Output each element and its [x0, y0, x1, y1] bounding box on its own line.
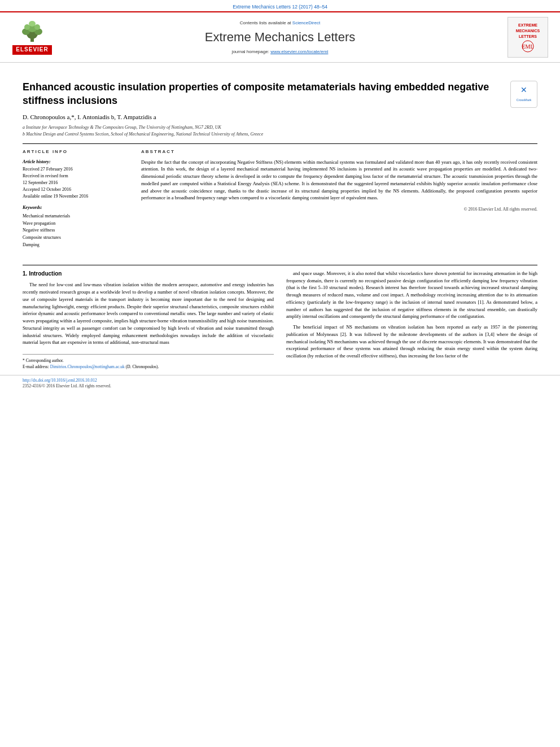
svg-point-5: [24, 24, 30, 30]
keywords-label: Keywords:: [23, 204, 130, 211]
abstract-col: ABSTRACT Despite the fact that the conce…: [141, 148, 537, 249]
svg-text:EML: EML: [522, 43, 533, 50]
footnote-email-link[interactable]: Dimitrios.Chronopoulos@nottingham.ac.uk: [50, 364, 125, 369]
journal-title: Extreme Mechanics Letters: [64, 28, 496, 46]
contents-line: Contents lists available at ScienceDirec…: [64, 20, 496, 27]
intro-para-right-2: The beneficial impact of NS mechanisms o…: [286, 324, 537, 360]
revised-date: 12 September 2016: [23, 180, 130, 186]
copyright-line: © 2016 Elsevier Ltd. All rights reserved…: [141, 206, 537, 213]
elsevier-logo-container: ELSEVIER: [7, 20, 58, 55]
extreme-mech-badge: EXTREME MECHANICS LETTERS EML: [508, 17, 548, 58]
article-info-heading: ARTICLE INFO: [23, 148, 130, 155]
issn-text: 2352-4316/© 2016 Elsevier Ltd. All right…: [23, 383, 111, 388]
section-divider: [23, 143, 537, 144]
journal-homepage: journal homepage: www.elsevier.com/locat…: [64, 49, 496, 55]
footnote-email: E-mail address: Dimitrios.Chronopoulos@n…: [23, 364, 274, 370]
keyword-3: Negative stiffness: [23, 227, 130, 234]
svg-point-6: [34, 24, 40, 30]
footnote-star: * Corresponding author.: [23, 357, 274, 364]
journal-badge-container: EXTREME MECHANICS LETTERS EML: [502, 17, 553, 58]
abstract-heading: ABSTRACT: [141, 148, 537, 155]
body-divider: [23, 265, 537, 265]
journal-center: Contents lists available at ScienceDirec…: [64, 20, 496, 55]
sciencedirect-link[interactable]: ScienceDirect: [292, 20, 320, 25]
journal-homepage-link[interactable]: www.elsevier.com/locate/eml: [270, 49, 328, 54]
elsevier-text-label: ELSEVIER: [12, 45, 51, 55]
article-info-col: ARTICLE INFO Article history: Received 2…: [23, 148, 130, 249]
accepted-date: Accepted 12 October 2016: [23, 186, 130, 193]
keyword-5: Damping: [23, 242, 130, 249]
affiliation-a: a Institute for Aerospace Technology & T…: [23, 124, 537, 131]
crossmark-badge[interactable]: ✕ CrossMark: [510, 81, 537, 108]
keyword-2: Wave propagation: [23, 220, 130, 228]
body-section: 1. Introduction The need for low-cost an…: [0, 249, 560, 370]
keyword-4: Composite structures: [23, 234, 130, 242]
footer-bar: http://dx.doi.org/10.1016/j.eml.2016.10.…: [0, 375, 560, 392]
journal-header: ELSEVIER Contents lists available at Sci…: [0, 11, 560, 63]
footnote-area: * Corresponding author. E-mail address: …: [23, 354, 274, 370]
paper-content: Enhanced acoustic insulation properties …: [0, 63, 560, 248]
elsevier-tree-icon: [18, 20, 46, 44]
svg-point-7: [29, 21, 36, 27]
authors-line: D. Chronopoulos a,*, I. Antoniadis b, T.…: [23, 113, 537, 122]
affiliations: a Institute for Aerospace Technology & T…: [23, 124, 537, 138]
svg-text:✕: ✕: [520, 86, 527, 94]
paper-title: Enhanced acoustic insulation properties …: [23, 81, 537, 107]
available-date: Available online 19 November 2016: [23, 193, 130, 200]
body-left-col: 1. Introduction The need for low-cost an…: [23, 270, 274, 370]
intro-para-left: The need for low-cost and low-mass vibra…: [23, 281, 274, 346]
history-label: Article history:: [23, 159, 130, 165]
elsevier-logo: ELSEVIER: [12, 20, 51, 55]
received-date: Received 27 February 2016: [23, 166, 130, 173]
doi-link[interactable]: http://dx.doi.org/10.1016/j.eml.2016.10.…: [23, 378, 97, 383]
intro-para-right-1: and space usage. Moreover, it is also no…: [286, 270, 537, 320]
journal-reference: Extreme Mechanics Letters 12 (2017) 48–5…: [0, 0, 560, 11]
body-right-col: and space usage. Moreover, it is also no…: [286, 270, 537, 370]
crossmark-icon: ✕: [515, 86, 533, 98]
affiliation-b: b Machine Design and Control Systems Sec…: [23, 131, 537, 138]
badge-icon: EML: [519, 40, 536, 53]
keyword-1: Mechanical metamaterials: [23, 213, 130, 220]
revised-label: Received in revised form: [23, 173, 130, 180]
body-two-col: 1. Introduction The need for low-cost an…: [23, 270, 537, 370]
intro-heading: 1. Introduction: [23, 270, 274, 278]
abstract-text: Despite the fact that the concept of inc…: [141, 159, 537, 202]
article-info-abstract: ARTICLE INFO Article history: Received 2…: [23, 148, 537, 249]
